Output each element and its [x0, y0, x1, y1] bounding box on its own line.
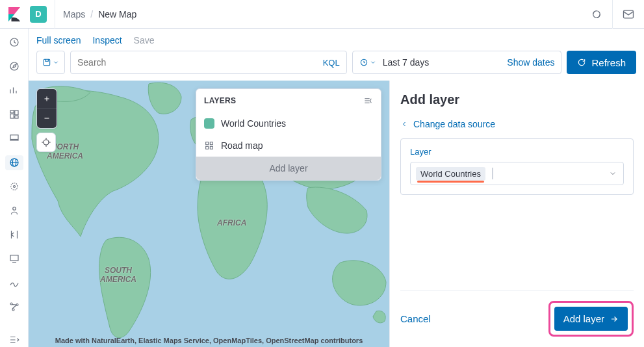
side-nav [0, 29, 29, 347]
time-picker[interactable]: Last 7 days Show dates [352, 51, 562, 74]
nav-visualize-icon[interactable] [5, 83, 23, 98]
layer-field-label: Layer [410, 147, 624, 157]
chevron-down-icon[interactable] [609, 170, 617, 177]
svg-rect-22 [206, 142, 209, 145]
layer-chip[interactable]: World Countries [416, 167, 485, 181]
quick-select-button[interactable] [359, 58, 376, 67]
query-bar: KQL Last 7 days Show dates Refresh [29, 45, 644, 81]
zoom-in-button[interactable] [37, 89, 57, 109]
save-icon [42, 58, 51, 67]
inspect-link[interactable]: Inspect [92, 35, 122, 45]
saved-query-button[interactable] [36, 51, 65, 74]
panel-footer: Cancel Add layer [400, 290, 634, 347]
nav-maps-icon[interactable] [5, 155, 23, 170]
change-data-source-link[interactable]: Change data source [400, 119, 634, 129]
nav-ml-icon[interactable] [5, 179, 23, 194]
map-controls [36, 88, 57, 152]
svg-point-15 [10, 303, 12, 305]
svg-rect-1 [624, 10, 634, 18]
plus-icon [43, 95, 51, 103]
layer-label: World Countries [221, 118, 286, 129]
avatar-initial: D [35, 9, 41, 19]
svg-point-11 [10, 183, 18, 190]
save-link: Save [134, 35, 155, 45]
road-map-icon [204, 140, 214, 151]
refresh-label: Refresh [591, 57, 626, 68]
svg-rect-25 [210, 146, 213, 149]
breadcrumb-root[interactable]: Maps [63, 9, 85, 19]
breadcrumb-current: New Map [98, 9, 136, 19]
minus-icon [43, 114, 51, 122]
layers-add-button[interactable]: Add layer [196, 157, 381, 180]
svg-point-16 [16, 303, 18, 305]
svg-point-17 [12, 309, 14, 311]
collapse-layers-icon[interactable] [363, 96, 373, 106]
nav-dashboard-icon[interactable] [5, 107, 23, 122]
search-input-wrapper[interactable]: KQL [70, 51, 347, 74]
full-screen-link[interactable]: Full screen [36, 35, 81, 45]
arrow-right-icon [610, 315, 619, 324]
breadcrumb: Maps / New Map [63, 9, 136, 19]
top-bar: D Maps / New Map [0, 0, 644, 29]
map-label-africa: AFRICA [217, 218, 246, 227]
svg-rect-4 [10, 110, 14, 113]
nav-uptime-icon[interactable] [5, 275, 23, 290]
map-attribution: Made with NaturalEarth, Elastic Maps Ser… [29, 337, 389, 344]
refresh-icon [577, 58, 586, 67]
map-label-south-america: SOUTH AMERICA [100, 266, 136, 284]
nav-apm-icon[interactable] [5, 251, 23, 266]
time-range-label: Last 7 days [383, 57, 430, 68]
kql-toggle[interactable]: KQL [323, 58, 340, 68]
svg-point-3 [10, 62, 18, 70]
svg-point-21 [44, 140, 49, 145]
svg-rect-6 [10, 114, 14, 118]
nav-collapse-icon[interactable] [5, 332, 23, 347]
nav-logs-icon[interactable] [5, 227, 23, 242]
search-input[interactable] [77, 57, 323, 68]
cancel-button[interactable]: Cancel [400, 313, 431, 324]
breadcrumb-separator: / [90, 9, 93, 19]
avatar[interactable]: D [30, 6, 47, 23]
nav-infrastructure-icon[interactable] [5, 203, 23, 218]
svg-rect-14 [10, 255, 18, 261]
calendar-icon [359, 58, 368, 67]
chevron-down-icon [370, 59, 376, 66]
chevron-left-icon [400, 120, 408, 128]
show-dates-link[interactable]: Show dates [507, 57, 554, 68]
divider [612, 0, 613, 29]
panel-title: Add layer [400, 92, 634, 107]
svg-point-13 [12, 207, 16, 211]
nav-discover-icon[interactable] [5, 59, 23, 74]
change-data-source-label: Change data source [413, 119, 495, 129]
layers-panel: LAYERS World Countries Road map Add laye… [196, 88, 381, 181]
svg-rect-24 [206, 146, 209, 149]
layer-combobox[interactable]: World Countries [410, 162, 624, 185]
add-layer-label: Add layer [563, 313, 604, 324]
layer-form: Layer World Countries [400, 138, 634, 195]
highlight-annotation: Add layer [548, 301, 634, 337]
layers-title: LAYERS [204, 96, 236, 105]
layer-item-road-map[interactable]: Road map [196, 135, 381, 157]
mail-icon[interactable] [621, 6, 636, 22]
zoom-controls [36, 88, 57, 129]
kibana-logo-icon[interactable] [8, 7, 22, 21]
menu-bar: Full screen Inspect Save [29, 29, 644, 45]
zoom-out-button[interactable] [37, 109, 57, 128]
divider [55, 0, 55, 29]
map-canvas[interactable]: NORTH AMERICA SOUTH AMERICA AFRICA LAYER… [29, 81, 389, 347]
svg-rect-23 [210, 142, 213, 145]
nav-canvas-icon[interactable] [5, 131, 23, 146]
text-cursor [492, 168, 493, 179]
layer-item-world-countries[interactable]: World Countries [196, 112, 381, 135]
svg-rect-18 [44, 59, 49, 65]
layer-swatch-icon [204, 118, 214, 129]
add-layer-button[interactable]: Add layer [554, 307, 628, 331]
layer-label: Road map [221, 140, 263, 151]
nav-graph-icon[interactable] [5, 299, 23, 314]
nav-recently-viewed-icon[interactable] [5, 35, 23, 50]
crosshair-icon [41, 137, 51, 148]
svg-rect-7 [14, 116, 18, 118]
fit-to-data-button[interactable] [36, 133, 56, 152]
refresh-button[interactable]: Refresh [567, 51, 636, 74]
newsfeed-icon[interactable] [589, 6, 604, 22]
